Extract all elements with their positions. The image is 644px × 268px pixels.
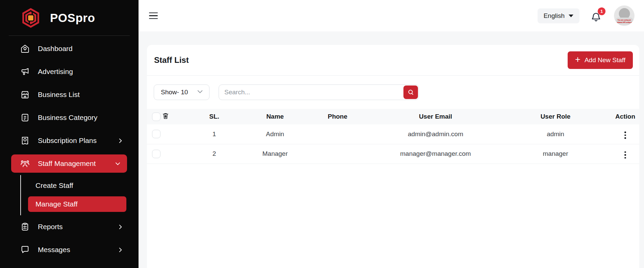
table-toolbar: Show- 10 (147, 76, 639, 109)
staff-list-card: Staff List + Add New Staff Show- 10 (147, 45, 639, 268)
search-box (219, 84, 419, 100)
card-header: Staff List + Add New Staff (147, 45, 639, 76)
submenu-item-manage-staff[interactable]: Manage Staff (28, 196, 126, 212)
language-selector[interactable]: English (538, 8, 579, 23)
chevron-down-icon (197, 89, 203, 96)
sidebar-item-label: Reports (38, 223, 63, 231)
submenu-item-label: Manage Staff (35, 200, 78, 208)
badge-icon (20, 136, 30, 145)
cell-role: manager (500, 144, 611, 164)
submenu-item-label: Create Staff (35, 181, 73, 190)
cell-sl: 1 (182, 124, 246, 144)
column-header-name: Name (246, 109, 304, 124)
document-icon (20, 113, 30, 122)
search-icon (407, 89, 414, 96)
brand-name: POSpro (50, 11, 95, 25)
search-input[interactable] (219, 84, 419, 100)
trash-icon (162, 112, 169, 120)
column-header-sl: SL. (182, 109, 246, 124)
chevron-right-icon (118, 138, 123, 143)
sidebar-toggle-button[interactable] (148, 11, 159, 21)
notifications-button[interactable]: 1 (591, 8, 603, 24)
column-header-action: Action (611, 109, 639, 124)
sidebar-nav: Dashboard Advertising Business List (0, 37, 139, 261)
cell-email: admin@admin.com (371, 124, 500, 144)
chevron-down-icon (115, 161, 120, 166)
table-row: 2 Manager manager@manager.com manager (147, 144, 639, 164)
cell-name: Admin (246, 124, 304, 144)
language-label: English (544, 12, 565, 20)
clipboard-icon (20, 222, 30, 232)
staff-table: SL. Name Phone User Email User Role Acti… (147, 109, 639, 164)
cell-role: admin (500, 124, 611, 144)
sidebar-divider (9, 35, 130, 36)
sidebar-item-messages[interactable]: Messages (0, 238, 139, 261)
pospro-logo-icon (20, 7, 41, 28)
submenu-item-create-staff[interactable]: Create Staff (21, 178, 139, 193)
cell-email: manager@manager.com (371, 144, 500, 164)
row-checkbox[interactable] (152, 130, 160, 138)
sidebar-item-label: Business Category (38, 114, 97, 122)
cell-name: Manager (246, 144, 304, 164)
row-actions-menu-button[interactable] (621, 149, 629, 161)
sidebar-item-business-category[interactable]: Business Category (0, 106, 139, 129)
megaphone-icon (20, 67, 30, 76)
sidebar-item-advertising[interactable]: Advertising (0, 60, 139, 83)
notification-count-badge: 1 (598, 7, 605, 15)
sidebar-item-label: Messages (38, 246, 70, 254)
column-header-email: User Email (371, 109, 500, 124)
sidebar-item-reports[interactable]: Reports (0, 215, 139, 238)
sidebar-item-business-list[interactable]: Business List (0, 83, 139, 106)
sidebar-item-subscription-plans[interactable]: Subscription Plans (0, 129, 139, 152)
search-button[interactable] (403, 86, 418, 99)
table-row: 1 Admin admin@admin.com admin (147, 124, 639, 144)
bulk-delete-button[interactable] (162, 112, 169, 120)
cell-phone (304, 144, 371, 164)
show-entries-select[interactable]: Show- 10 (154, 84, 209, 100)
chat-icon (20, 245, 30, 254)
topbar: English 1 You are using an outdated API … (139, 0, 644, 31)
column-header-phone: Phone (304, 109, 371, 124)
page-title: Staff List (154, 55, 189, 65)
content-area: Staff List + Add New Staff Show- 10 (139, 31, 644, 268)
sidebar-item-label: Subscription Plans (38, 137, 97, 145)
storefront-icon (20, 90, 30, 99)
users-icon (20, 159, 30, 168)
table-header-row: SL. Name Phone User Email User Role Acti… (147, 109, 639, 124)
sidebar-item-label: Advertising (38, 68, 73, 76)
column-header-role: User Role (500, 109, 611, 124)
brand-logo[interactable]: POSpro (0, 0, 139, 35)
show-entries-value: Show- 10 (161, 89, 188, 96)
cell-sl: 2 (182, 144, 246, 164)
avatar-placeholder-note: You are using an outdated API endpoint (615, 18, 634, 25)
plus-icon: + (575, 55, 580, 64)
row-actions-menu-button[interactable] (621, 129, 629, 141)
caret-down-icon (569, 15, 573, 17)
sidebar-item-label: Dashboard (38, 45, 73, 53)
add-new-staff-button[interactable]: + Add New Staff (568, 51, 633, 69)
cell-phone (304, 124, 371, 144)
sidebar-item-label: Business List (38, 91, 80, 99)
sidebar-item-label: Staff Management (38, 160, 96, 168)
sidebar-item-staff-management[interactable]: Staff Management (11, 154, 127, 173)
sidebar: POSpro Dashboard Advertising (0, 0, 139, 268)
select-all-checkbox[interactable] (152, 113, 160, 121)
chevron-right-icon (118, 224, 123, 229)
row-checkbox[interactable] (152, 150, 160, 158)
home-icon (20, 44, 30, 53)
topbar-right: English 1 You are using an outdated API … (538, 5, 635, 26)
staff-management-submenu: Create Staff Manage Staff (20, 175, 139, 215)
main-area: English 1 You are using an outdated API … (139, 0, 644, 268)
chevron-right-icon (118, 247, 123, 252)
user-avatar[interactable]: You are using an outdated API endpoint (614, 5, 635, 26)
sidebar-item-dashboard[interactable]: Dashboard (0, 37, 139, 60)
